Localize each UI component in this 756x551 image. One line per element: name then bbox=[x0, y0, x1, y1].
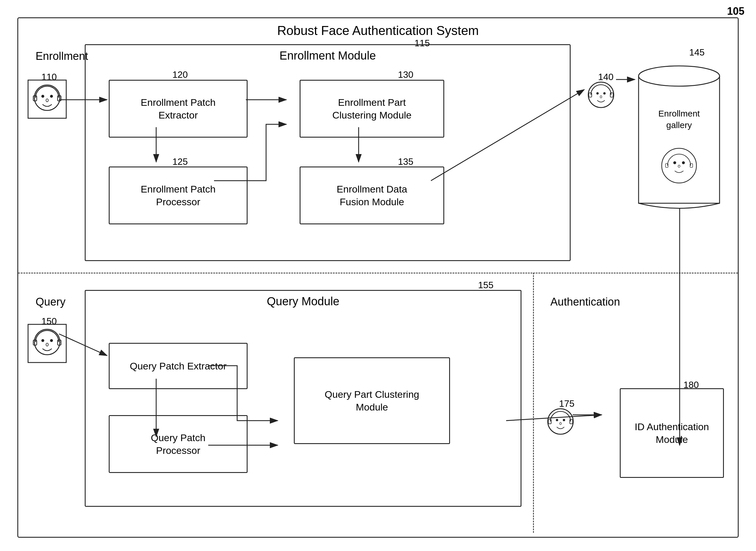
svg-point-33 bbox=[556, 419, 558, 421]
svg-text:Enrollment: Enrollment bbox=[658, 109, 700, 118]
enrollment-module-box: Enrollment Module 120 Enrollment PatchEx… bbox=[85, 44, 571, 261]
enrollment-data-fusion-box: Enrollment DataFusion Module bbox=[300, 166, 444, 224]
svg-point-11 bbox=[603, 92, 606, 94]
enrollment-part-clustering-box: Enrollment PartClustering Module bbox=[300, 80, 444, 138]
svg-point-27 bbox=[41, 339, 44, 342]
ref-135: 135 bbox=[398, 156, 413, 167]
query-face-input bbox=[27, 323, 67, 364]
svg-point-10 bbox=[596, 92, 599, 94]
svg-rect-13 bbox=[639, 76, 720, 203]
enrollment-gallery: Enrollment gallery bbox=[634, 59, 724, 220]
section-divider-h bbox=[18, 272, 738, 273]
query-label: Query bbox=[36, 296, 65, 308]
query-patch-processor-label: Query PatchProcessor bbox=[151, 431, 206, 457]
svg-point-4 bbox=[41, 95, 44, 98]
svg-point-20 bbox=[673, 161, 676, 164]
svg-point-17 bbox=[662, 148, 696, 183]
svg-point-14 bbox=[639, 66, 720, 86]
svg-point-7 bbox=[588, 82, 614, 107]
enrollment-patch-processor-box: Enrollment PatchProcessor bbox=[109, 166, 248, 224]
face-140 bbox=[585, 79, 617, 111]
face-175 bbox=[544, 406, 577, 437]
id-authentication-label: ID AuthenticationModule bbox=[635, 420, 709, 446]
query-module-box: Query Module 160 Query Patch Extractor 1… bbox=[85, 290, 521, 507]
svg-point-30 bbox=[548, 409, 573, 434]
outer-system-box: Robust Face Authentication System Enroll… bbox=[17, 17, 739, 538]
system-title: Robust Face Authentication System bbox=[277, 23, 479, 38]
enrollment-patch-processor-label: Enrollment PatchProcessor bbox=[141, 183, 216, 208]
query-patch-extractor-label: Query Patch Extractor bbox=[130, 360, 227, 372]
enrollment-patch-extractor-label: Enrollment PatchExtractor bbox=[141, 96, 216, 121]
query-patch-extractor-box: Query Patch Extractor bbox=[109, 343, 248, 389]
ref-145: 145 bbox=[689, 47, 705, 58]
enrollment-face-input bbox=[27, 79, 67, 119]
svg-point-5 bbox=[50, 95, 53, 98]
query-part-clustering-label: Query Part ClusteringModule bbox=[325, 388, 419, 413]
ref-125: 125 bbox=[172, 156, 188, 167]
enrollment-data-fusion-label: Enrollment DataFusion Module bbox=[337, 183, 407, 208]
ref-130: 130 bbox=[398, 69, 413, 80]
section-divider-v bbox=[533, 272, 534, 533]
query-patch-processor-box: Query PatchProcessor bbox=[109, 415, 248, 473]
query-part-clustering-box: Query Part ClusteringModule bbox=[294, 357, 450, 444]
svg-text:gallery: gallery bbox=[666, 120, 692, 130]
svg-point-21 bbox=[682, 161, 685, 164]
authentication-label: Authentication bbox=[550, 296, 620, 308]
query-module-title: Query Module bbox=[267, 295, 339, 308]
ref-155: 155 bbox=[478, 280, 493, 291]
id-authentication-box: ID AuthenticationModule bbox=[620, 388, 724, 478]
svg-point-34 bbox=[563, 419, 565, 421]
enrollment-label: Enrollment bbox=[36, 50, 88, 62]
enrollment-module-title: Enrollment Module bbox=[279, 49, 376, 62]
page-number: 105 bbox=[727, 5, 744, 17]
svg-point-28 bbox=[50, 339, 53, 342]
ref-120: 120 bbox=[172, 69, 188, 80]
enrollment-part-clustering-label: Enrollment PartClustering Module bbox=[332, 96, 412, 121]
enrollment-patch-extractor-box: Enrollment PatchExtractor bbox=[109, 80, 248, 138]
